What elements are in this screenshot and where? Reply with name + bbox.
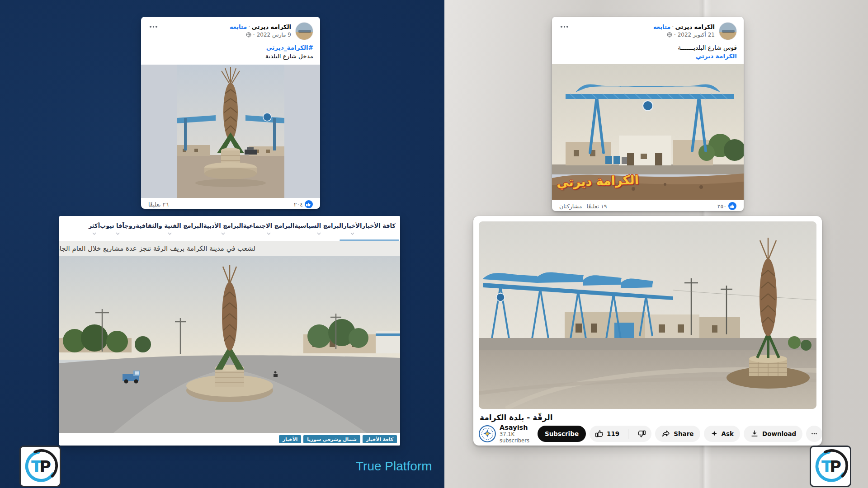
karama-street-video-frame-illustration bbox=[479, 221, 816, 409]
channel-info[interactable]: Asayish 37.1K subscribers bbox=[500, 424, 529, 444]
follow-link[interactable]: متابعة bbox=[230, 23, 247, 30]
tp-letter-p: P bbox=[39, 458, 51, 476]
nav-item-more[interactable]: أكثر bbox=[89, 216, 100, 241]
like-dislike-pill: 119 bbox=[590, 426, 651, 442]
comment-count-link[interactable]: ٢٦ تعليقًا bbox=[148, 201, 169, 208]
nav-item-arts-culture-programs[interactable]: البرامج الفنية والثقافية bbox=[136, 216, 203, 241]
download-label: Download bbox=[762, 430, 796, 437]
separator-dot: · bbox=[247, 23, 251, 30]
tp-letter-p: P bbox=[830, 458, 841, 476]
collage-canvas: الكرامة ديرتي·متابعة 9 مارس 2022 · #الكر… bbox=[0, 0, 868, 488]
facebook-post-left: الكرامة ديرتي·متابعة 9 مارس 2022 · #الكر… bbox=[141, 17, 320, 209]
post-text: #الكرامة_ديرتي مدخل شارع البلدية bbox=[141, 40, 320, 65]
video-actions: 119 Share Ask Download bbox=[590, 426, 822, 442]
subscribe-button[interactable]: Subscribe bbox=[538, 426, 586, 442]
nav-item-social-programs[interactable]: البرامج الاجتماعية bbox=[243, 216, 295, 241]
post-text: قوس شارع البلديـــــــة الكرامة ديرتي bbox=[552, 40, 744, 64]
page-name-link[interactable]: الكرامة ديرتي bbox=[675, 23, 715, 30]
post-photo[interactable] bbox=[141, 65, 320, 198]
post-footer: ٢٠٤ ٢٦ تعليقًا أعجبني تعليق مشاركة bbox=[141, 198, 320, 209]
subscriber-count: 37.1K subscribers bbox=[500, 431, 529, 444]
youtube-screenshot: الرقّة - بلدة الكرامة Asayish 37.1K subs… bbox=[473, 216, 822, 446]
post-caption: قوس شارع البلديـــــــة bbox=[678, 44, 737, 51]
ask-label: Ask bbox=[722, 430, 734, 437]
video-meta-row: Asayish 37.1K subscribers Subscribe 119 bbox=[479, 425, 816, 443]
sparkle-icon bbox=[710, 430, 718, 438]
globe-privacy-icon bbox=[246, 32, 251, 38]
channel-name[interactable]: Asayish bbox=[500, 424, 529, 431]
separator-dot: · bbox=[674, 32, 676, 38]
more-options-icon[interactable] bbox=[559, 22, 570, 31]
nav-item-political-programs[interactable]: البرامج السياسية bbox=[294, 216, 343, 241]
page-tag-link[interactable]: الكرامة ديرتي bbox=[696, 52, 737, 60]
post-date: 21 أكتوبر 2022 bbox=[678, 32, 715, 38]
post-caption: مدخل شارع البلدية bbox=[265, 52, 313, 60]
page-name-link[interactable]: الكرامة ديرتي bbox=[251, 23, 291, 30]
chevron-down-icon bbox=[317, 232, 321, 235]
nav-item-news[interactable]: الأخبار bbox=[343, 216, 362, 241]
tp-logo-icon: T P bbox=[812, 448, 849, 484]
separator-dot: · bbox=[253, 32, 255, 38]
road-monument-photo-illustration bbox=[59, 256, 400, 433]
download-icon bbox=[750, 429, 759, 438]
photo-watermark: الكرامة ديرتي bbox=[557, 173, 639, 189]
more-dots-icon bbox=[810, 430, 818, 438]
post-header-text: الكرامة ديرتي·متابعة 21 أكتوبر 2022 · bbox=[574, 22, 715, 38]
post-footer: ٢٥٠ ١٩ تعليقًا مشاركتان أعجبني تعليق bbox=[552, 200, 744, 211]
globe-privacy-icon bbox=[667, 32, 672, 38]
chevron-down-icon bbox=[221, 232, 225, 235]
news-nav-bar: كافة الأخبار الأخبار البرامج السياسية ال… bbox=[59, 216, 400, 241]
tag-news[interactable]: الأخبار bbox=[279, 435, 301, 443]
like-badge-icon bbox=[728, 202, 736, 210]
like-count: 119 bbox=[607, 430, 619, 437]
nav-item-all-news[interactable]: كافة الأخبار bbox=[362, 216, 396, 241]
post-header-text: الكرامة ديرتي·متابعة 9 مارس 2022 · bbox=[163, 22, 292, 38]
share-button[interactable]: Share bbox=[655, 426, 700, 442]
post-header: الكرامة ديرتي·متابعة 9 مارس 2022 · bbox=[141, 17, 320, 40]
hashtag-link[interactable]: #الكرامة_ديرتي bbox=[266, 44, 313, 51]
chevron-down-icon bbox=[116, 232, 120, 235]
chevron-down-icon bbox=[168, 232, 172, 235]
true-platform-logo-right: T P bbox=[810, 446, 851, 487]
post-header: الكرامة ديرتي·متابعة 21 أكتوبر 2022 · bbox=[552, 17, 744, 40]
headline-ticker-bar: لشعب في مدينة الكرامة بريف الرقة تنجز عد… bbox=[59, 241, 400, 256]
thumbs-up-icon bbox=[595, 429, 604, 438]
share-count-link[interactable]: مشاركتان bbox=[559, 203, 582, 210]
more-options-icon[interactable] bbox=[148, 22, 159, 31]
article-tags-row: كافة الأخبار شمال وشرقي سوريا الأخبار bbox=[59, 433, 400, 446]
page-avatar[interactable] bbox=[295, 22, 313, 40]
comment-count-link[interactable]: ١٩ تعليقًا bbox=[586, 203, 607, 210]
share-label: Share bbox=[674, 430, 693, 437]
nav-item-rojava-tube[interactable]: روجآفا تيوب bbox=[100, 216, 136, 241]
like-button[interactable]: 119 bbox=[590, 426, 625, 442]
page-avatar[interactable] bbox=[719, 22, 737, 40]
tag-all-news[interactable]: كافة الأخبار bbox=[363, 435, 397, 443]
nav-item-literary-programs[interactable]: البرامج الأدبية bbox=[203, 216, 243, 241]
like-badge-icon bbox=[305, 200, 313, 208]
headline-link[interactable]: لشعب في مدينة الكرامة بريف الرقة تنجز عد… bbox=[59, 244, 255, 253]
post-date: 9 مارس 2022 bbox=[257, 32, 291, 38]
video-title: الرقّة - بلدة الكرامة bbox=[480, 413, 816, 422]
ask-button[interactable]: Ask bbox=[704, 426, 740, 442]
post-photo[interactable]: الكرامة ديرتي bbox=[552, 64, 744, 200]
reaction-count: ٢٠٤ bbox=[294, 201, 303, 208]
brand-watermark-text: True Platform bbox=[356, 459, 432, 474]
channel-avatar[interactable] bbox=[479, 425, 496, 442]
dislike-button[interactable] bbox=[632, 426, 651, 442]
reaction-count-link[interactable]: ٢٥٠ bbox=[717, 202, 736, 210]
tag-north-east-syria[interactable]: شمال وشرقي سوريا bbox=[303, 435, 360, 443]
wheat-monument-photo-illustration bbox=[141, 65, 320, 198]
tp-logo-icon: T P bbox=[22, 448, 58, 484]
news-site-screenshot: كافة الأخبار الأخبار البرامج السياسية ال… bbox=[59, 216, 400, 446]
follow-link[interactable]: متابعة bbox=[653, 23, 670, 30]
article-photo[interactable] bbox=[59, 256, 400, 433]
separator-dot: · bbox=[670, 23, 675, 30]
more-options-button[interactable] bbox=[806, 426, 822, 442]
facebook-post-right: الكرامة ديرتي·متابعة 21 أكتوبر 2022 · قو… bbox=[552, 17, 744, 211]
true-platform-logo-left: T P bbox=[19, 446, 61, 487]
download-button[interactable]: Download bbox=[744, 426, 802, 442]
reaction-count-link[interactable]: ٢٠٤ bbox=[294, 200, 313, 208]
video-player[interactable] bbox=[479, 221, 816, 409]
divider bbox=[628, 429, 628, 439]
reaction-count: ٢٥٠ bbox=[717, 203, 726, 210]
